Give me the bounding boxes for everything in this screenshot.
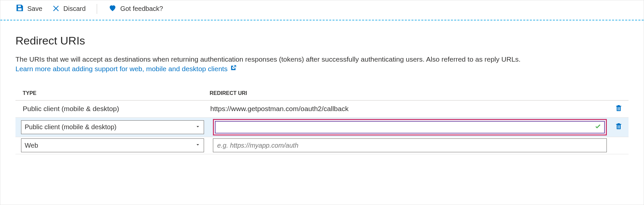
content-area: Redirect URIs The URIs that we will acce…	[0, 20, 644, 154]
learn-more-text: Learn more about adding support for web,…	[15, 64, 227, 73]
section-description: The URIs that we will accept as destinat…	[15, 54, 629, 74]
header-type: TYPE	[15, 90, 210, 96]
close-icon	[52, 4, 60, 14]
save-button[interactable]: Save	[15, 4, 42, 14]
table-row: Public client (mobile & desktop) https:/…	[15, 101, 629, 118]
save-label: Save	[27, 5, 42, 13]
delete-button[interactable]	[609, 122, 629, 132]
feedback-label: Got feedback?	[120, 5, 163, 13]
table-header: TYPE REDIRECT URI	[15, 90, 629, 101]
type-select-value: Public client (mobile & desktop)	[21, 120, 204, 134]
uri-input-inner	[215, 121, 605, 133]
checkmark-icon	[594, 123, 602, 132]
row-uri-value: https://www.getpostman.com/oauth2/callba…	[210, 105, 609, 113]
table-row: Web	[15, 137, 629, 154]
trash-icon	[615, 104, 623, 114]
external-link-icon	[230, 64, 237, 73]
delete-button[interactable]	[609, 104, 629, 114]
uri-input-wrap	[213, 138, 607, 152]
description-text: The URIs that we will accept as destinat…	[15, 55, 521, 63]
learn-more-link[interactable]: Learn more about adding support for web,…	[15, 64, 237, 73]
save-icon	[15, 4, 24, 14]
type-select[interactable]: Web	[21, 138, 204, 152]
uri-input[interactable]	[218, 123, 594, 131]
toolbar-divider	[97, 4, 97, 14]
table-row: Public client (mobile & desktop)	[15, 118, 629, 137]
command-bar: Save Discard Got feedback?	[0, 0, 644, 20]
uri-input-highlighted	[213, 119, 607, 135]
discard-label: Discard	[64, 5, 86, 13]
feedback-button[interactable]: Got feedback?	[108, 4, 163, 14]
type-select[interactable]: Public client (mobile & desktop)	[21, 120, 204, 134]
heart-icon	[108, 4, 117, 14]
redirect-uris-table: TYPE REDIRECT URI Public client (mobile …	[15, 90, 629, 154]
discard-button[interactable]: Discard	[52, 4, 86, 14]
trash-icon	[615, 122, 623, 132]
type-select-value: Web	[21, 138, 204, 152]
header-uri: REDIRECT URI	[210, 90, 609, 96]
row-type-value: Public client (mobile & desktop)	[15, 105, 210, 113]
section-title: Redirect URIs	[15, 34, 629, 47]
uri-input[interactable]	[217, 141, 603, 150]
